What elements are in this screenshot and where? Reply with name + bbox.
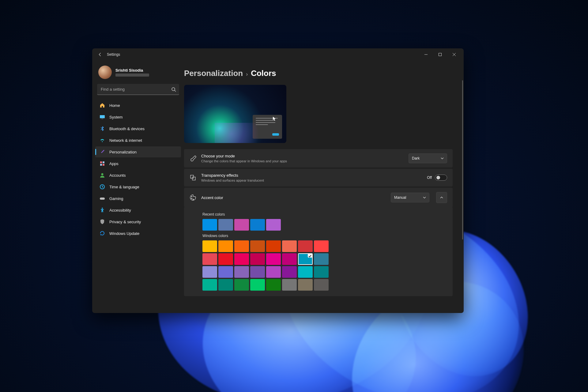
- check-icon: [308, 254, 312, 257]
- shield-icon: [100, 219, 105, 224]
- sidebar-item-bluetooth[interactable]: Bluetooth & devices: [95, 123, 181, 134]
- windows-color-swatch[interactable]: [282, 266, 297, 278]
- windows-color-swatch[interactable]: [266, 279, 281, 291]
- windows-color-swatch[interactable]: [282, 253, 297, 265]
- mode-dropdown[interactable]: Dark: [409, 153, 447, 163]
- svg-rect-3: [101, 119, 103, 119]
- scrollbar[interactable]: [462, 80, 463, 239]
- sidebar-item-apps[interactable]: Apps: [95, 158, 181, 169]
- sidebar-item-gamepad[interactable]: Gaming: [95, 193, 181, 204]
- sidebar-item-label: Time & language: [109, 185, 139, 189]
- user-block[interactable]: Srishti Sisodia: [95, 62, 181, 84]
- minimize-button[interactable]: [419, 50, 433, 59]
- maximize-button[interactable]: [433, 50, 447, 59]
- recent-color-swatch[interactable]: [250, 219, 265, 231]
- sidebar-item-person[interactable]: Accounts: [95, 170, 181, 181]
- accessibility-icon: [100, 207, 105, 213]
- windows-color-swatch[interactable]: [202, 266, 217, 278]
- close-button[interactable]: [447, 50, 461, 59]
- svg-rect-7: [100, 164, 102, 166]
- accent-dropdown[interactable]: Manual: [391, 193, 429, 202]
- windows-color-swatch[interactable]: [234, 279, 249, 291]
- windows-color-swatch[interactable]: [218, 253, 233, 265]
- svg-point-1: [172, 88, 175, 91]
- sidebar-item-brush[interactable]: Personalization: [95, 146, 181, 157]
- windows-color-swatch[interactable]: [314, 279, 329, 291]
- sidebar-item-home[interactable]: Home: [95, 100, 181, 111]
- windows-color-swatch[interactable]: [218, 266, 233, 278]
- windows-color-swatch[interactable]: [234, 253, 249, 265]
- windows-color-swatch[interactable]: [298, 253, 313, 265]
- mode-value: Dark: [412, 156, 420, 160]
- mode-title: Choose your mode: [201, 154, 404, 158]
- windows-color-swatch[interactable]: [282, 240, 297, 252]
- clock-icon: [100, 184, 105, 190]
- windows-color-swatch[interactable]: [314, 240, 329, 252]
- windows-color-swatch[interactable]: [218, 279, 233, 291]
- apps-icon: [100, 161, 105, 166]
- svg-rect-8: [103, 164, 104, 166]
- transparency-toggle[interactable]: [435, 175, 447, 181]
- sidebar-item-wifi[interactable]: Network & internet: [95, 135, 181, 146]
- windows-color-swatch[interactable]: [218, 240, 233, 252]
- windows-color-swatch[interactable]: [250, 240, 265, 252]
- svg-rect-11: [100, 198, 105, 200]
- windows-color-swatch[interactable]: [266, 240, 281, 252]
- sidebar-item-update[interactable]: Windows Update: [95, 228, 181, 239]
- windows-color-swatch[interactable]: [298, 266, 313, 278]
- svg-rect-13: [190, 175, 194, 178]
- windows-color-swatch[interactable]: [266, 253, 281, 265]
- cursor-icon: [273, 117, 276, 121]
- search-input[interactable]: [97, 84, 179, 95]
- svg-point-16: [191, 198, 192, 199]
- accent-collapse-button[interactable]: [436, 192, 447, 203]
- windows-color-swatch[interactable]: [202, 253, 217, 265]
- accent-title: Accent color: [201, 195, 386, 200]
- update-icon: [100, 231, 105, 236]
- sidebar-item-system[interactable]: System: [95, 111, 181, 123]
- svg-point-9: [101, 173, 104, 175]
- windows-color-swatch[interactable]: [314, 266, 329, 278]
- back-button[interactable]: [95, 49, 106, 60]
- brush-icon: [100, 149, 105, 155]
- recent-colors-row: [202, 219, 447, 231]
- windows-color-swatch[interactable]: [202, 240, 217, 252]
- windows-color-swatch[interactable]: [250, 253, 265, 265]
- windows-color-swatch[interactable]: [314, 253, 329, 265]
- gamepad-icon: [100, 196, 105, 201]
- home-icon: [100, 103, 105, 108]
- recent-color-swatch[interactable]: [202, 219, 217, 231]
- windows-color-swatch[interactable]: [298, 279, 313, 291]
- windows-color-swatch[interactable]: [234, 240, 249, 252]
- sidebar-item-label: Bluetooth & devices: [109, 126, 145, 131]
- sidebar-item-label: Home: [109, 103, 120, 108]
- windows-color-swatch[interactable]: [298, 240, 313, 252]
- chevron-down-icon: [441, 157, 444, 160]
- sidebar-item-label: Personalization: [109, 150, 137, 154]
- sidebar-item-accessibility[interactable]: Accessibility: [95, 205, 181, 216]
- recent-color-swatch[interactable]: [218, 219, 233, 231]
- windows-color-swatch[interactable]: [202, 279, 217, 291]
- chevron-down-icon: [423, 196, 426, 199]
- avatar: [98, 66, 112, 79]
- transparency-state: Off: [427, 175, 432, 180]
- bluetooth-icon: [100, 126, 105, 131]
- windows-color-swatch[interactable]: [250, 266, 265, 278]
- windows-color-swatch[interactable]: [234, 266, 249, 278]
- recent-color-swatch[interactable]: [234, 219, 249, 231]
- breadcrumb-parent[interactable]: Personalization: [184, 69, 243, 78]
- settings-window: Settings Srishti Sisodia HomeSystemBluet…: [92, 48, 464, 313]
- windows-color-swatch[interactable]: [282, 279, 297, 291]
- windows-color-swatch[interactable]: [266, 266, 281, 278]
- sidebar-item-clock[interactable]: Time & language: [95, 181, 181, 192]
- windows-color-swatch[interactable]: [250, 279, 265, 291]
- svg-point-17: [193, 199, 194, 200]
- breadcrumb-current: Colors: [251, 69, 276, 78]
- palette-icon: [190, 194, 196, 201]
- sidebar-item-shield[interactable]: Privacy & security: [95, 216, 181, 227]
- recent-color-swatch[interactable]: [266, 219, 281, 231]
- sidebar-item-label: System: [109, 115, 123, 119]
- user-name: Srishti Sisodia: [115, 68, 149, 73]
- transparency-card: Transparency effects Windows and surface…: [184, 169, 453, 187]
- transparency-subtitle: Windows and surfaces appear translucent: [201, 179, 422, 182]
